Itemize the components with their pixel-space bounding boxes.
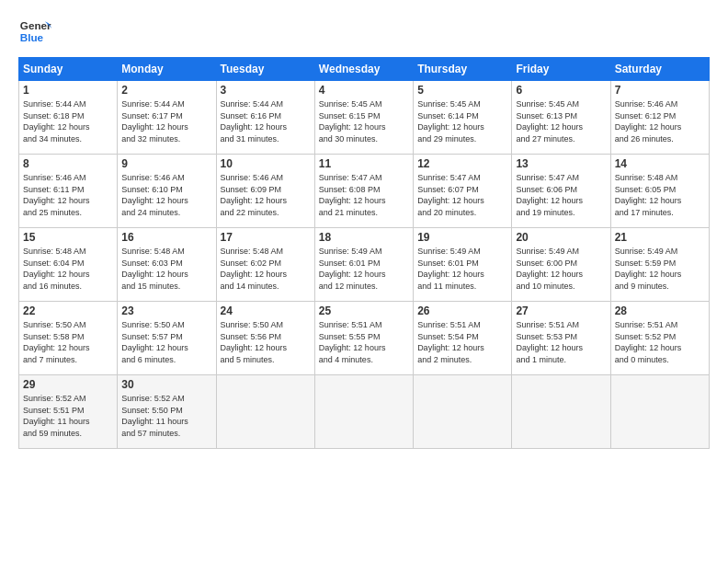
day-detail: Sunrise: 5:47 AMSunset: 6:08 PMDaylight:… <box>319 172 409 218</box>
calendar-cell: 7Sunrise: 5:46 AMSunset: 6:12 PMDaylight… <box>610 81 709 155</box>
day-detail: Sunrise: 5:49 AMSunset: 6:01 PMDaylight:… <box>417 246 507 292</box>
day-number: 21 <box>615 231 705 244</box>
calendar-cell: 2Sunrise: 5:44 AMSunset: 6:17 PMDaylight… <box>118 81 216 155</box>
day-detail: Sunrise: 5:45 AMSunset: 6:15 PMDaylight:… <box>319 98 409 144</box>
calendar-cell: 9Sunrise: 5:46 AMSunset: 6:10 PMDaylight… <box>118 155 216 228</box>
calendar-cell: 16Sunrise: 5:48 AMSunset: 6:03 PMDayligh… <box>118 228 216 302</box>
day-number: 15 <box>23 231 113 244</box>
day-number: 19 <box>417 231 507 244</box>
calendar-cell: 19Sunrise: 5:49 AMSunset: 6:01 PMDayligh… <box>414 228 512 302</box>
day-number: 11 <box>319 157 409 170</box>
day-number: 12 <box>417 157 507 170</box>
day-detail: Sunrise: 5:50 AMSunset: 5:56 PMDaylight:… <box>221 319 311 365</box>
calendar-cell: 20Sunrise: 5:49 AMSunset: 6:00 PMDayligh… <box>512 228 610 302</box>
calendar-cell: 13Sunrise: 5:47 AMSunset: 6:06 PMDayligh… <box>512 155 610 228</box>
day-detail: Sunrise: 5:48 AMSunset: 6:04 PMDaylight:… <box>23 246 113 292</box>
day-detail: Sunrise: 5:48 AMSunset: 6:03 PMDaylight:… <box>121 246 211 292</box>
day-detail: Sunrise: 5:51 AMSunset: 5:53 PMDaylight:… <box>516 319 606 365</box>
weekday-header-monday: Monday <box>118 58 216 81</box>
day-detail: Sunrise: 5:47 AMSunset: 6:07 PMDaylight:… <box>417 172 507 218</box>
day-detail: Sunrise: 5:52 AMSunset: 5:51 PMDaylight:… <box>23 393 113 439</box>
day-detail: Sunrise: 5:44 AMSunset: 6:18 PMDaylight:… <box>23 98 113 144</box>
calendar-cell: 24Sunrise: 5:50 AMSunset: 5:56 PMDayligh… <box>216 302 314 375</box>
day-detail: Sunrise: 5:50 AMSunset: 5:58 PMDaylight:… <box>23 319 113 365</box>
weekday-header-tuesday: Tuesday <box>216 58 314 81</box>
day-number: 13 <box>516 157 606 170</box>
day-detail: Sunrise: 5:51 AMSunset: 5:55 PMDaylight:… <box>319 319 409 365</box>
day-detail: Sunrise: 5:45 AMSunset: 6:13 PMDaylight:… <box>516 98 606 144</box>
day-number: 9 <box>121 157 211 170</box>
calendar-cell: 12Sunrise: 5:47 AMSunset: 6:07 PMDayligh… <box>414 155 512 228</box>
day-number: 26 <box>417 304 507 317</box>
day-number: 14 <box>615 157 705 170</box>
day-detail: Sunrise: 5:44 AMSunset: 6:16 PMDaylight:… <box>221 98 311 144</box>
day-number: 24 <box>221 304 311 317</box>
calendar-cell: 26Sunrise: 5:51 AMSunset: 5:54 PMDayligh… <box>414 302 512 375</box>
logo-icon: General Blue <box>18 15 51 48</box>
calendar-cell: 17Sunrise: 5:48 AMSunset: 6:02 PMDayligh… <box>216 228 314 302</box>
calendar-cell: 23Sunrise: 5:50 AMSunset: 5:57 PMDayligh… <box>118 302 216 375</box>
day-detail: Sunrise: 5:46 AMSunset: 6:09 PMDaylight:… <box>221 172 311 218</box>
day-detail: Sunrise: 5:46 AMSunset: 6:12 PMDaylight:… <box>615 98 705 144</box>
header: General Blue <box>18 15 710 48</box>
day-number: 3 <box>221 84 311 97</box>
day-number: 17 <box>221 231 311 244</box>
day-number: 8 <box>23 157 113 170</box>
weekday-header-friday: Friday <box>512 58 610 81</box>
day-detail: Sunrise: 5:49 AMSunset: 6:00 PMDaylight:… <box>516 246 606 292</box>
day-number: 23 <box>121 304 211 317</box>
day-number: 27 <box>516 304 606 317</box>
calendar-cell <box>610 375 709 449</box>
day-number: 1 <box>23 84 113 97</box>
day-number: 5 <box>417 84 507 97</box>
day-detail: Sunrise: 5:45 AMSunset: 6:14 PMDaylight:… <box>417 98 507 144</box>
day-number: 20 <box>516 231 606 244</box>
calendar-cell <box>314 375 413 449</box>
calendar-cell: 15Sunrise: 5:48 AMSunset: 6:04 PMDayligh… <box>19 228 118 302</box>
day-detail: Sunrise: 5:44 AMSunset: 6:17 PMDaylight:… <box>121 98 211 144</box>
day-detail: Sunrise: 5:51 AMSunset: 5:52 PMDaylight:… <box>615 319 705 365</box>
calendar-cell: 28Sunrise: 5:51 AMSunset: 5:52 PMDayligh… <box>610 302 709 375</box>
day-detail: Sunrise: 5:48 AMSunset: 6:02 PMDaylight:… <box>221 246 311 292</box>
weekday-header-wednesday: Wednesday <box>314 58 413 81</box>
calendar-cell <box>512 375 610 449</box>
calendar-cell: 1Sunrise: 5:44 AMSunset: 6:18 PMDaylight… <box>19 81 118 155</box>
day-detail: Sunrise: 5:50 AMSunset: 5:57 PMDaylight:… <box>121 319 211 365</box>
calendar-cell: 6Sunrise: 5:45 AMSunset: 6:13 PMDaylight… <box>512 81 610 155</box>
day-number: 10 <box>221 157 311 170</box>
day-number: 7 <box>615 84 705 97</box>
calendar-cell: 30Sunrise: 5:52 AMSunset: 5:50 PMDayligh… <box>118 375 216 449</box>
svg-text:General: General <box>20 19 51 31</box>
day-number: 25 <box>319 304 409 317</box>
calendar-cell: 4Sunrise: 5:45 AMSunset: 6:15 PMDaylight… <box>314 81 413 155</box>
day-detail: Sunrise: 5:51 AMSunset: 5:54 PMDaylight:… <box>417 319 507 365</box>
day-detail: Sunrise: 5:49 AMSunset: 5:59 PMDaylight:… <box>615 246 705 292</box>
day-detail: Sunrise: 5:48 AMSunset: 6:05 PMDaylight:… <box>615 172 705 218</box>
calendar-cell: 14Sunrise: 5:48 AMSunset: 6:05 PMDayligh… <box>610 155 709 228</box>
day-detail: Sunrise: 5:47 AMSunset: 6:06 PMDaylight:… <box>516 172 606 218</box>
calendar-cell: 25Sunrise: 5:51 AMSunset: 5:55 PMDayligh… <box>314 302 413 375</box>
day-number: 2 <box>121 84 211 97</box>
calendar-cell: 10Sunrise: 5:46 AMSunset: 6:09 PMDayligh… <box>216 155 314 228</box>
page: General Blue SundayMondayTuesdayWednesda… <box>0 0 728 563</box>
calendar-cell <box>216 375 314 449</box>
day-detail: Sunrise: 5:46 AMSunset: 6:10 PMDaylight:… <box>121 172 211 218</box>
calendar-table: SundayMondayTuesdayWednesdayThursdayFrid… <box>18 57 710 449</box>
day-number: 18 <box>319 231 409 244</box>
day-number: 30 <box>121 378 211 391</box>
calendar-cell <box>414 375 512 449</box>
calendar-cell: 5Sunrise: 5:45 AMSunset: 6:14 PMDaylight… <box>414 81 512 155</box>
calendar-cell: 27Sunrise: 5:51 AMSunset: 5:53 PMDayligh… <box>512 302 610 375</box>
calendar-cell: 29Sunrise: 5:52 AMSunset: 5:51 PMDayligh… <box>19 375 118 449</box>
weekday-header-sunday: Sunday <box>19 58 118 81</box>
svg-text:Blue: Blue <box>20 31 44 43</box>
calendar-cell: 11Sunrise: 5:47 AMSunset: 6:08 PMDayligh… <box>314 155 413 228</box>
day-number: 6 <box>516 84 606 97</box>
day-detail: Sunrise: 5:46 AMSunset: 6:11 PMDaylight:… <box>23 172 113 218</box>
calendar-cell: 3Sunrise: 5:44 AMSunset: 6:16 PMDaylight… <box>216 81 314 155</box>
day-number: 16 <box>121 231 211 244</box>
day-number: 22 <box>23 304 113 317</box>
day-detail: Sunrise: 5:52 AMSunset: 5:50 PMDaylight:… <box>121 393 211 439</box>
weekday-header-saturday: Saturday <box>610 58 709 81</box>
day-number: 29 <box>23 378 113 391</box>
